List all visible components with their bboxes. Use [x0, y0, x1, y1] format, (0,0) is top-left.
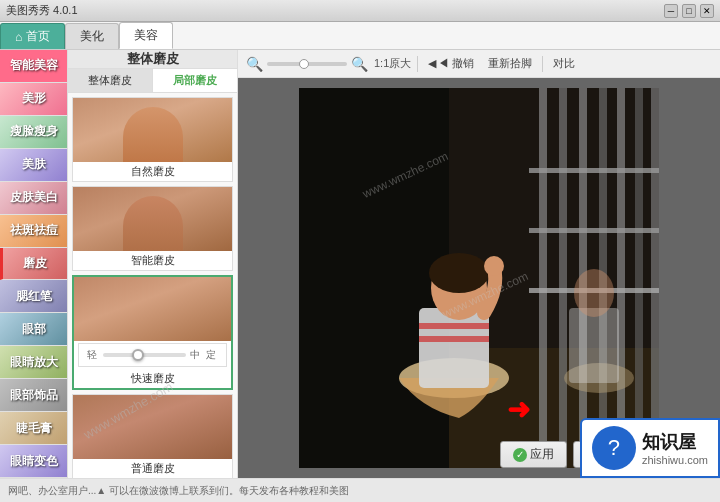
redo-label: 重新拾脚: [488, 56, 532, 71]
sub-tabs: 整体磨皮 局部磨皮: [68, 69, 237, 93]
sidebar-item-face-shape[interactable]: 美形: [0, 83, 67, 116]
svg-rect-7: [617, 88, 625, 468]
slider-container: 轻 中 定: [78, 343, 227, 367]
skin-option-fast[interactable]: 轻 中 定 快速磨皮: [72, 275, 233, 390]
sidebar-item-blemish[interactable]: 祛斑祛痘: [0, 215, 67, 248]
zoom-label: 1:1原大: [374, 56, 411, 71]
sidebar-skin-label: 美肤: [22, 156, 46, 173]
svg-rect-3: [539, 88, 547, 468]
sidebar-whitening-label: 皮肤美白: [10, 189, 58, 206]
tab-bar: ⌂ 首页 美化 美容: [0, 22, 720, 50]
main-photo: www.wmzhe.com www.wmzhe.com: [299, 88, 659, 468]
skin-option-fast-label: 快速磨皮: [74, 369, 231, 388]
sidebar-item-slim[interactable]: 瘦脸瘦身: [0, 116, 67, 149]
svg-rect-15: [419, 323, 489, 329]
photo-svg: [299, 88, 659, 468]
sidebar-eyes-label: 眼部: [22, 321, 46, 338]
slider-left-label: 轻: [87, 348, 99, 362]
sidebar-smart-beauty-label: 智能美容: [10, 57, 58, 74]
undo-button[interactable]: ◀ ◀ 撤销: [424, 54, 478, 73]
skin-option-normal-label: 普通磨皮: [73, 459, 232, 478]
middle-panel-header: 整体磨皮: [68, 50, 237, 69]
title-bar: 美图秀秀 4.0.1 ─ □ ✕: [0, 0, 720, 22]
contrast-button[interactable]: 对比: [549, 54, 579, 73]
action-arrow-icon: ➜: [507, 393, 530, 426]
tab-beautify[interactable]: 美化: [65, 23, 119, 49]
sidebar-item-eyes[interactable]: 眼部: [0, 313, 67, 346]
tab-home[interactable]: ⌂ 首页: [0, 23, 65, 49]
toolbar-sep-2: [542, 56, 543, 72]
contrast-label: 对比: [553, 56, 575, 71]
zoom-out-icon[interactable]: 🔍: [246, 56, 263, 72]
sidebar-eye-enlarge-label: 眼睛放大: [10, 354, 58, 371]
svg-rect-14: [419, 308, 489, 388]
window-controls: ─ □ ✕: [664, 4, 714, 18]
undo-label: ◀ 撤销: [438, 56, 474, 71]
svg-rect-2: [299, 88, 449, 468]
sidebar-item-eye-enlarge[interactable]: 眼睛放大: [0, 346, 67, 379]
sidebar-slim-label: 瘦脸瘦身: [10, 123, 58, 140]
sidebar-item-smart-beauty[interactable]: 智能美容: [0, 50, 67, 83]
svg-rect-21: [569, 308, 619, 383]
svg-rect-4: [559, 88, 567, 468]
zoom-thumb[interactable]: [299, 59, 309, 69]
tab-beauty[interactable]: 美容: [119, 22, 173, 49]
zoom-control: 🔍 🔍: [246, 56, 368, 72]
sidebar-smoothing-label: 磨皮: [23, 255, 47, 272]
minimize-button[interactable]: ─: [664, 4, 678, 18]
left-sidebar: 智能美容 美形 瘦脸瘦身 美肤 皮肤美白 祛斑祛痘 磨皮 ➤ 腮红笔 眼部 眼睛…: [0, 50, 68, 478]
sidebar-eye-accessories-label: 眼部饰品: [10, 387, 58, 404]
apply-icon: ✓: [513, 448, 527, 462]
bottom-bar: 网吧、办公室用户...▲ 可以在微波微博上联系到们。每天发布各种教程和美图: [0, 478, 720, 502]
slider-right-label: 定: [206, 348, 218, 362]
home-icon: ⌂: [15, 30, 22, 44]
apply-button[interactable]: ✓ 应用: [500, 441, 567, 468]
redo-button[interactable]: 重新拾脚: [484, 54, 536, 73]
bottom-bar-text: 网吧、办公室用户...▲ 可以在微波微博上联系到们。每天发布各种教程和美图: [8, 484, 349, 498]
slider-track[interactable]: [103, 353, 186, 357]
right-panel: 🔍 🔍 1:1原大 ◀ ◀ 撤销 重新拾脚 对比: [238, 50, 720, 478]
skin-option-fast-img: [74, 277, 231, 341]
sidebar-item-whitening[interactable]: 皮肤美白: [0, 182, 67, 215]
toolbar-sep-1: [417, 56, 418, 72]
sub-tab-local[interactable]: 局部磨皮: [153, 69, 237, 92]
sidebar-item-eye-accessories[interactable]: 眼部饰品: [0, 379, 67, 412]
sidebar-item-eye-color[interactable]: 眼睛变色: [0, 445, 67, 478]
skin-option-smart-label: 智能磨皮: [73, 251, 232, 270]
svg-point-22: [574, 269, 614, 317]
svg-rect-10: [529, 168, 659, 173]
zhishiwu-icon: ?: [592, 426, 636, 470]
sidebar-item-skin[interactable]: 美肤: [0, 149, 67, 182]
badge-cn-text: 知识屋: [642, 430, 708, 454]
zhishiwu-text: 知识屋 zhishiwu.com: [642, 430, 708, 466]
sub-tab-whole[interactable]: 整体磨皮: [68, 69, 153, 92]
zoom-in-icon[interactable]: 🔍: [351, 56, 368, 72]
skin-option-natural[interactable]: 自然磨皮: [72, 97, 233, 182]
sidebar-eye-color-label: 眼睛变色: [10, 453, 58, 470]
skin-options: 自然磨皮 智能磨皮 轻: [68, 93, 237, 478]
sidebar-blemish-label: 祛斑祛痘: [10, 222, 58, 239]
svg-rect-11: [529, 228, 659, 233]
zoom-slider[interactable]: [267, 62, 347, 66]
sidebar-face-shape-label: 美形: [22, 90, 46, 107]
sidebar-blush-label: 腮红笔: [16, 288, 52, 305]
svg-rect-8: [635, 88, 643, 468]
skin-option-smart[interactable]: 智能磨皮: [72, 186, 233, 271]
main-layout: 智能美容 美形 瘦脸瘦身 美肤 皮肤美白 祛斑祛痘 磨皮 ➤ 腮红笔 眼部 眼睛…: [0, 50, 720, 478]
middle-panel: 整体磨皮 整体磨皮 局部磨皮 自然磨皮: [68, 50, 238, 478]
svg-rect-9: [651, 88, 659, 468]
slider-thumb[interactable]: [132, 349, 144, 361]
sidebar-item-smoothing[interactable]: 磨皮 ➤: [0, 248, 67, 281]
svg-rect-16: [419, 336, 489, 342]
tab-beauty-label: 美容: [134, 27, 158, 44]
sidebar-item-blush[interactable]: 腮红笔: [0, 280, 67, 313]
tab-home-label: 首页: [26, 28, 50, 45]
svg-point-18: [429, 253, 489, 293]
close-button[interactable]: ✕: [700, 4, 714, 18]
skin-option-natural-img: [73, 98, 232, 162]
sidebar-item-mascara[interactable]: 睫毛膏: [0, 412, 67, 445]
svg-point-19: [484, 256, 504, 276]
slider-mid-label: 中: [190, 348, 202, 362]
maximize-button[interactable]: □: [682, 4, 696, 18]
canvas-area[interactable]: www.wmzhe.com www.wmzhe.com ➜ ✓ 应用 ✕ 取消: [238, 78, 720, 478]
